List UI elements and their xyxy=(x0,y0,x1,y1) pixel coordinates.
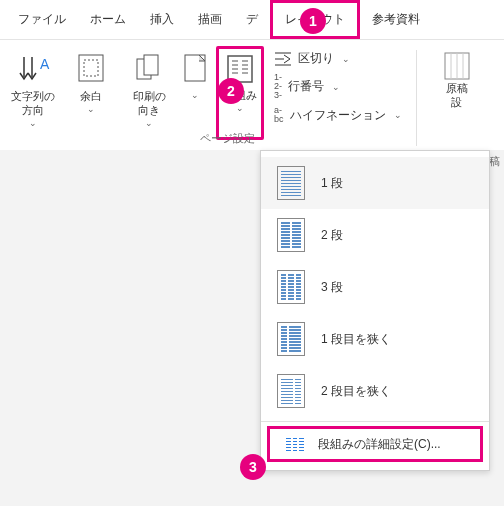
chevron-down-icon: ⌄ xyxy=(236,103,244,114)
tab-design[interactable]: デ xyxy=(234,3,270,36)
callout-badge-2: 2 xyxy=(218,78,244,104)
tab-insert[interactable]: 挿入 xyxy=(138,3,186,36)
two-column-icon xyxy=(277,218,305,252)
right-narrow-icon xyxy=(277,374,305,408)
ribbon-section-label: ページ設定 xyxy=(200,131,255,146)
manuscript-paper-button[interactable]: 原稿 設 xyxy=(441,46,473,110)
one-column-icon xyxy=(277,166,305,200)
columns-option-label: 3 段 xyxy=(321,279,343,296)
orientation-button[interactable]: 印刷の 向き ⌄ xyxy=(120,46,178,133)
text-direction-icon: A xyxy=(15,50,51,86)
size-icon xyxy=(177,50,213,86)
hyphenation-label: ハイフネーション xyxy=(290,107,386,124)
orientation-label: 印刷の 向き xyxy=(133,90,166,118)
hyphenation-button[interactable]: a-bc ハイフネーション ⌄ xyxy=(274,106,402,124)
line-numbers-label: 行番号 xyxy=(288,78,324,95)
left-narrow-icon xyxy=(277,322,305,356)
callout-badge-3: 3 xyxy=(240,454,266,480)
more-columns-icon xyxy=(286,437,304,451)
manuscript-label2: 設 xyxy=(451,96,462,110)
text-direction-label: 文字列の 方向 xyxy=(11,90,55,118)
line-numbers-button[interactable]: 1-2-3- 行番号 ⌄ xyxy=(274,73,402,100)
svg-rect-6 xyxy=(144,55,158,75)
columns-dropdown: 1 段 2 段 3 段 1 段目を狭く 2 段目を狭く 段組みの詳細設定(C).… xyxy=(260,150,490,471)
columns-option-left[interactable]: 1 段目を狭く xyxy=(261,313,489,365)
svg-text:A: A xyxy=(40,56,50,72)
breaks-button[interactable]: 区切り ⌄ xyxy=(274,50,402,67)
text-direction-button[interactable]: A 文字列の 方向 ⌄ xyxy=(4,46,62,133)
margins-icon xyxy=(73,50,109,86)
chevron-down-icon: ⌄ xyxy=(191,90,199,101)
manuscript-label1: 原稿 xyxy=(446,82,468,96)
columns-option-two[interactable]: 2 段 xyxy=(261,209,489,261)
columns-option-label: 1 段 xyxy=(321,175,343,192)
size-button[interactable]: ⌄ xyxy=(178,46,212,105)
ribbon-layout: A 文字列の 方向 ⌄ 余白 ⌄ 印刷の 向き ⌄ xyxy=(0,40,504,150)
breaks-icon xyxy=(274,52,292,66)
tab-references[interactable]: 参考資料 xyxy=(360,3,432,36)
svg-rect-3 xyxy=(79,55,103,81)
manuscript-paper-icon xyxy=(441,50,473,82)
columns-more-label: 段組みの詳細設定(C)... xyxy=(318,436,441,453)
dropdown-separator xyxy=(261,421,489,422)
chevron-down-icon: ⌄ xyxy=(29,118,37,129)
tab-bar: ファイル ホーム 挿入 描画 デ レイアウト 参考資料 xyxy=(0,0,504,40)
margins-button[interactable]: 余白 ⌄ xyxy=(62,46,120,119)
orientation-icon xyxy=(131,50,167,86)
ribbon-right-label: 稿 xyxy=(489,154,500,169)
chevron-down-icon: ⌄ xyxy=(342,54,350,64)
page-setup-small-group: 区切り ⌄ 1-2-3- 行番号 ⌄ a-bc ハイフネーション ⌄ xyxy=(268,46,408,128)
columns-option-right[interactable]: 2 段目を狭く xyxy=(261,365,489,417)
tab-file[interactable]: ファイル xyxy=(6,3,78,36)
breaks-label: 区切り xyxy=(298,50,334,67)
svg-rect-4 xyxy=(84,60,98,76)
line-numbers-icon: 1-2-3- xyxy=(274,73,282,100)
callout-badge-1: 1 xyxy=(300,8,326,34)
columns-option-label: 1 段目を狭く xyxy=(321,331,391,348)
columns-more-options[interactable]: 段組みの詳細設定(C)... xyxy=(267,426,483,462)
tab-draw[interactable]: 描画 xyxy=(186,3,234,36)
columns-option-three[interactable]: 3 段 xyxy=(261,261,489,313)
chevron-down-icon: ⌄ xyxy=(145,118,153,129)
chevron-down-icon: ⌄ xyxy=(394,110,402,120)
columns-option-label: 2 段目を狭く xyxy=(321,383,391,400)
tab-home[interactable]: ホーム xyxy=(78,3,138,36)
columns-option-label: 2 段 xyxy=(321,227,343,244)
margins-label: 余白 xyxy=(80,90,102,104)
chevron-down-icon: ⌄ xyxy=(87,104,95,115)
three-column-icon xyxy=(277,270,305,304)
chevron-down-icon: ⌄ xyxy=(332,82,340,92)
hyphenation-icon: a-bc xyxy=(274,106,284,124)
columns-option-one[interactable]: 1 段 xyxy=(261,157,489,209)
